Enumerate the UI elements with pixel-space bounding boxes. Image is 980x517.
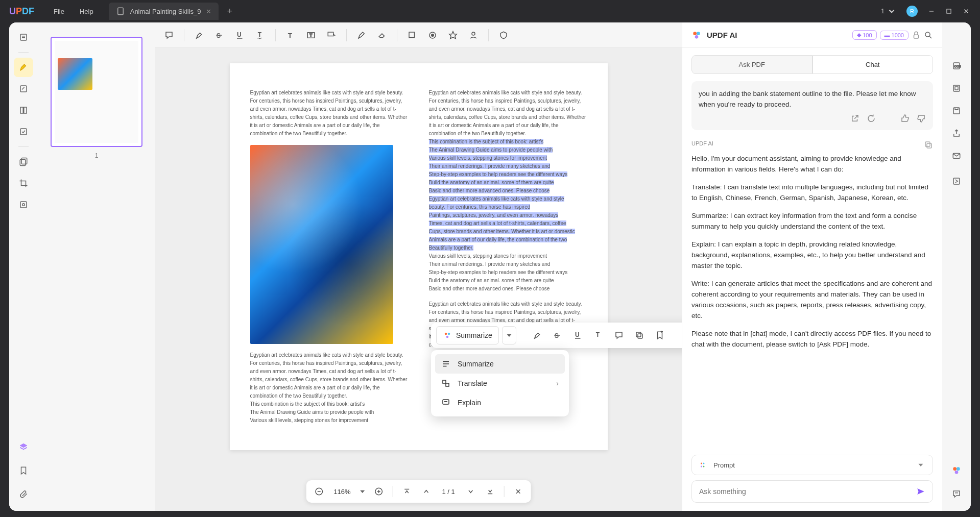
reader-mode-icon[interactable] — [14, 28, 33, 47]
selected-text[interactable]: beauty. For centuries, this horse has in… — [429, 204, 531, 210]
ctx-copy-icon[interactable] — [631, 327, 648, 344]
menu-summarize[interactable]: Summarize — [435, 354, 565, 374]
attachment-icon[interactable] — [14, 484, 33, 504]
flatten-icon[interactable] — [947, 79, 966, 98]
zoom-in-button[interactable] — [371, 484, 386, 499]
prev-page-button[interactable] — [418, 484, 434, 499]
edit-tool-icon[interactable] — [14, 79, 33, 99]
selected-text[interactable]: Basic and other more advanced ones. Plea… — [429, 188, 550, 193]
pencil-tool-icon[interactable] — [353, 27, 370, 44]
protect-tool-icon[interactable] — [14, 195, 33, 214]
textbox-tool-icon[interactable]: T — [302, 27, 320, 44]
tab-chat[interactable]: Chat — [812, 55, 934, 74]
ctx-underline-icon[interactable]: U — [569, 327, 587, 344]
selected-text[interactable]: This combination is the subject of this … — [429, 139, 544, 144]
stamp-tool-icon[interactable] — [424, 27, 441, 44]
save-icon[interactable] — [947, 101, 966, 120]
window-counter[interactable]: 1 — [881, 7, 896, 16]
underline-tool-icon[interactable]: U — [231, 27, 249, 44]
crop-tool-icon[interactable] — [14, 174, 33, 193]
squiggly-tool-icon[interactable]: T — [252, 27, 269, 44]
lock-icon[interactable] — [912, 31, 921, 40]
comment-tool-icon[interactable] — [14, 58, 33, 77]
layers-icon[interactable] — [14, 437, 33, 457]
selected-text[interactable]: Step-by-step examples to help readers se… — [429, 171, 568, 177]
close-zoombar-button[interactable] — [511, 484, 526, 499]
selected-text[interactable]: Cups, store brands and other items. Whet… — [429, 229, 575, 234]
signature-tool-icon[interactable] — [465, 27, 482, 44]
minimize-button[interactable] — [928, 8, 935, 15]
ctx-bookmark-icon[interactable] — [651, 327, 668, 344]
selected-text[interactable]: Times, cat and dog art sells a lot of t-… — [429, 220, 566, 226]
strikethrough-tool-icon[interactable]: S — [211, 27, 228, 44]
menu-file[interactable]: File — [54, 8, 64, 15]
maximize-button[interactable] — [945, 8, 952, 15]
page-indicator[interactable]: 1 / 1 — [438, 488, 459, 496]
search-icon[interactable] — [924, 31, 933, 40]
regenerate-icon[interactable] — [867, 114, 876, 123]
form-tool-icon[interactable] — [14, 122, 33, 141]
shape-tool-icon[interactable] — [403, 27, 421, 44]
menu-translate[interactable]: Translate › — [435, 374, 565, 393]
selected-text[interactable]: Egyptian art celebrates animals like cat… — [429, 196, 564, 202]
doc-text: Build the anatomy of an animal. some of … — [429, 277, 587, 285]
chat-input[interactable] — [699, 487, 911, 496]
new-tab-button[interactable]: + — [219, 6, 241, 17]
copy-message-icon[interactable] — [924, 140, 933, 150]
zoom-out-button[interactable] — [311, 484, 326, 499]
ai-summarize-button[interactable]: Summarize — [436, 326, 499, 344]
next-page-button[interactable] — [463, 484, 479, 499]
organize-tool-icon[interactable] — [14, 101, 33, 120]
svg-rect-9 — [20, 107, 23, 113]
thumbs-up-icon[interactable] — [900, 114, 910, 123]
svg-rect-13 — [21, 158, 27, 164]
selected-text[interactable]: Animals are a part of our daily life, th… — [429, 237, 567, 242]
bookmark-icon[interactable] — [14, 461, 33, 480]
close-window-button[interactable] — [963, 8, 970, 15]
selected-text[interactable]: The Animal Drawing Guide aims to provide… — [429, 147, 553, 153]
first-page-button[interactable] — [399, 484, 414, 499]
credit-badge-2[interactable]: ▬ 1000 — [880, 31, 909, 40]
more-tools-icon[interactable] — [495, 27, 512, 44]
selected-text[interactable]: Various skill levels, stepping stones fo… — [429, 155, 547, 161]
eraser-tool-icon[interactable] — [373, 27, 391, 44]
callout-tool-icon[interactable] — [323, 27, 340, 44]
page-thumbnail-1[interactable] — [51, 37, 142, 147]
ctx-squiggly-icon[interactable]: T — [590, 327, 607, 344]
sticker-tool-icon[interactable] — [444, 27, 462, 44]
thumbs-down-icon[interactable] — [917, 114, 926, 123]
tab-ask-pdf[interactable]: Ask PDF — [691, 55, 812, 74]
selected-text[interactable]: Their animal renderings. I provide many … — [429, 163, 551, 169]
ocr-icon[interactable]: OCR — [947, 56, 966, 76]
send-button[interactable] — [916, 487, 925, 496]
text-tool-icon[interactable]: T — [282, 27, 299, 44]
convert-icon[interactable] — [947, 171, 966, 191]
ai-assistant-icon[interactable] — [947, 461, 966, 480]
share-icon[interactable] — [947, 124, 966, 143]
doc-text: This combination is the subject of this … — [250, 400, 409, 408]
ctx-strikethrough-icon[interactable]: S — [549, 327, 566, 344]
ai-action-dropdown[interactable] — [502, 326, 516, 344]
note-tool-icon[interactable] — [160, 27, 178, 44]
menu-explain[interactable]: Explain — [435, 393, 565, 412]
redact-tool-icon[interactable] — [14, 152, 33, 171]
svg-marker-16 — [20, 444, 27, 448]
credit-badge-1[interactable]: ◆ 100 — [852, 30, 876, 40]
ctx-note-icon[interactable] — [610, 327, 628, 344]
open-link-icon[interactable] — [850, 114, 859, 123]
selected-text[interactable]: Paintings, sculptures, jewelry, and even… — [429, 212, 559, 218]
document-tab[interactable]: Animal Painting Skills_9 ✕ — [109, 3, 219, 20]
user-avatar[interactable]: R — [906, 6, 918, 17]
last-page-button[interactable] — [483, 484, 498, 499]
ctx-highlight-icon[interactable] — [529, 327, 546, 344]
prompt-selector[interactable]: Prompt — [691, 455, 933, 475]
menu-help[interactable]: Help — [80, 8, 93, 15]
feedback-icon[interactable] — [947, 484, 966, 504]
close-tab-icon[interactable]: ✕ — [206, 8, 211, 15]
email-icon[interactable] — [947, 146, 966, 165]
selected-text[interactable]: Beautifully together. — [429, 245, 474, 251]
zoom-dropdown-icon[interactable] — [357, 487, 367, 496]
highlight-tool-icon[interactable] — [190, 27, 208, 44]
zoom-value[interactable]: 116% — [330, 488, 353, 496]
selected-text[interactable]: Build the anatomy of an animal. some of … — [429, 180, 554, 185]
